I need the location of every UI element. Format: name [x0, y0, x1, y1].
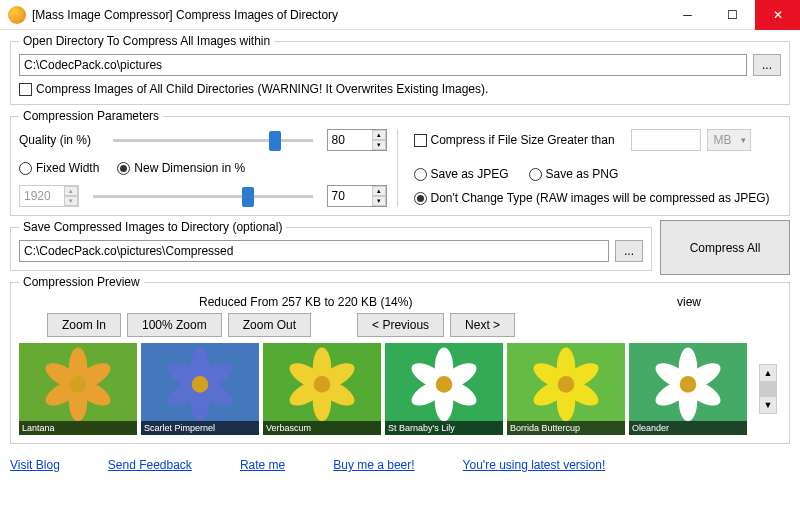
thumbnail[interactable]: Borrida Buttercup [507, 343, 625, 435]
thumbnail[interactable]: Oleander [629, 343, 747, 435]
thumbnail[interactable]: St Barnaby's Lily [385, 343, 503, 435]
scroll-thumb[interactable] [759, 382, 777, 396]
thumbnail-strip: LantanaScarlet PimpernelVerbascumSt Barn… [19, 343, 747, 435]
preview-group: Compression Preview Reduced From 257 KB … [10, 275, 790, 444]
close-button[interactable]: ✕ [755, 0, 800, 30]
version-link[interactable]: You're using latest version! [463, 458, 606, 472]
titlebar: [Mass Image Compressor] Compress Images … [0, 0, 800, 30]
maximize-button[interactable]: ☐ [710, 0, 755, 30]
zoom-out-button[interactable]: Zoom Out [228, 313, 311, 337]
thumbnail[interactable]: Verbascum [263, 343, 381, 435]
zoom-100-button[interactable]: 100% Zoom [127, 313, 222, 337]
svg-point-34 [558, 376, 575, 393]
send-feedback-link[interactable]: Send Feedback [108, 458, 192, 472]
new-dimension-radio[interactable]: New Dimension in % [117, 161, 245, 175]
app-icon [8, 6, 26, 24]
compression-params-group: Compression Parameters Quality (in %) ▴▾… [10, 109, 790, 216]
svg-point-13 [192, 376, 209, 393]
scroll-up-icon[interactable]: ▲ [759, 364, 777, 382]
child-dirs-label: Compress Images of All Child Directories… [36, 82, 488, 96]
quality-spinner[interactable]: ▴▾ [327, 129, 387, 151]
save-dir-legend: Save Compressed Images to Directory (opt… [19, 220, 286, 234]
quality-slider[interactable] [113, 139, 313, 142]
svg-point-41 [680, 376, 697, 393]
svg-point-20 [314, 376, 331, 393]
view-label: view [677, 295, 701, 309]
fixed-width-radio[interactable]: Fixed Width [19, 161, 99, 175]
save-png-radio[interactable]: Save as PNG [529, 167, 619, 181]
size-greater-checkbox[interactable]: Compress if File Size Greater than [414, 133, 615, 147]
compress-all-button[interactable]: Compress All [660, 220, 790, 275]
window-title: [Mass Image Compressor] Compress Images … [32, 8, 665, 22]
save-dir-input[interactable] [19, 240, 609, 262]
thumbnail[interactable]: Scarlet Pimpernel [141, 343, 259, 435]
quality-label: Quality (in %) [19, 133, 99, 147]
thumbnail-caption: Scarlet Pimpernel [141, 421, 259, 435]
visit-blog-link[interactable]: Visit Blog [10, 458, 60, 472]
scrollbar-vertical[interactable]: ▲ ▼ [759, 360, 781, 418]
scroll-down-icon[interactable]: ▼ [759, 396, 777, 414]
quality-value[interactable] [328, 130, 372, 150]
dimension-slider[interactable] [93, 195, 313, 198]
previous-button[interactable]: < Previous [357, 313, 444, 337]
save-browse-button[interactable]: ... [615, 240, 643, 262]
rate-me-link[interactable]: Rate me [240, 458, 285, 472]
next-button[interactable]: Next > [450, 313, 515, 337]
size-input [631, 129, 701, 151]
dimension-spinner[interactable]: ▴▾ [327, 185, 387, 207]
params-legend: Compression Parameters [19, 109, 163, 123]
directory-input[interactable] [19, 54, 747, 76]
minimize-button[interactable]: ─ [665, 0, 710, 30]
width-spinner: ▴▾ [19, 185, 79, 207]
thumbnail[interactable]: Lantana [19, 343, 137, 435]
thumbnail-caption: Lantana [19, 421, 137, 435]
thumbnail-caption: Verbascum [263, 421, 381, 435]
open-directory-group: Open Directory To Compress All Images wi… [10, 34, 790, 105]
preview-status: Reduced From 257 KB to 220 KB (14%) [199, 295, 412, 309]
size-unit-select: MB [707, 129, 751, 151]
checkbox-icon [19, 83, 32, 96]
spinner-down-icon[interactable]: ▾ [372, 140, 386, 150]
svg-point-27 [436, 376, 453, 393]
footer-links: Visit Blog Send Feedback Rate me Buy me … [0, 452, 800, 472]
thumbnail-caption: St Barnaby's Lily [385, 421, 503, 435]
save-directory-group: Save Compressed Images to Directory (opt… [10, 220, 652, 271]
save-jpeg-radio[interactable]: Save as JPEG [414, 167, 509, 181]
width-value [20, 186, 64, 206]
svg-point-6 [70, 376, 87, 393]
preview-legend: Compression Preview [19, 275, 144, 289]
dimension-value[interactable] [328, 186, 372, 206]
spinner-up-icon[interactable]: ▴ [372, 130, 386, 140]
open-directory-legend: Open Directory To Compress All Images wi… [19, 34, 274, 48]
dont-change-radio[interactable]: Don't Change Type (RAW images will be co… [414, 191, 782, 205]
zoom-in-button[interactable]: Zoom In [47, 313, 121, 337]
buy-beer-link[interactable]: Buy me a beer! [333, 458, 414, 472]
child-dirs-checkbox[interactable]: Compress Images of All Child Directories… [19, 82, 781, 96]
thumbnail-caption: Oleander [629, 421, 747, 435]
thumbnail-caption: Borrida Buttercup [507, 421, 625, 435]
browse-button[interactable]: ... [753, 54, 781, 76]
